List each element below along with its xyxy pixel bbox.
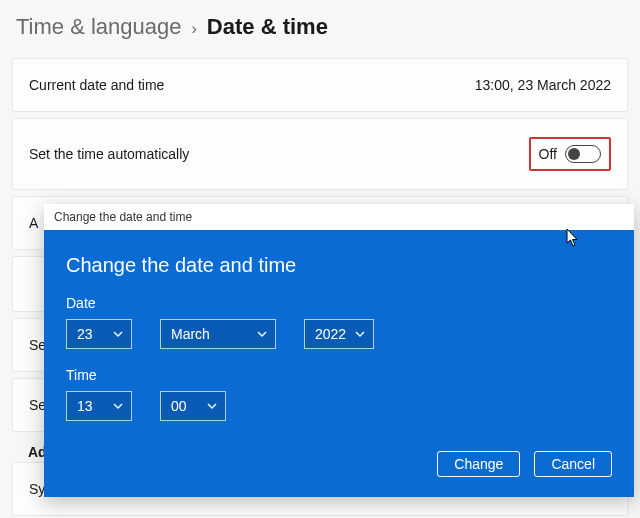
hour-select[interactable]: 13 xyxy=(66,391,132,421)
month-value: March xyxy=(171,326,210,342)
dialog-heading: Change the date and time xyxy=(66,254,612,277)
minute-value: 00 xyxy=(171,398,187,414)
month-select[interactable]: March xyxy=(160,319,276,349)
change-datetime-dialog: Change the date and time Change the date… xyxy=(44,204,634,497)
current-datetime-card: Current date and time 13:00, 23 March 20… xyxy=(12,58,628,112)
minute-select[interactable]: 00 xyxy=(160,391,226,421)
highlight-box: Off xyxy=(529,137,611,171)
cancel-button[interactable]: Cancel xyxy=(534,451,612,477)
year-value: 2022 xyxy=(315,326,346,342)
day-value: 23 xyxy=(77,326,93,342)
breadcrumb-parent[interactable]: Time & language xyxy=(16,14,182,40)
dialog-titlebar: Change the date and time xyxy=(44,204,634,230)
auto-time-state: Off xyxy=(539,146,557,162)
current-datetime-value: 13:00, 23 March 2022 xyxy=(475,77,611,93)
change-button[interactable]: Change xyxy=(437,451,520,477)
chevron-down-icon xyxy=(207,403,217,409)
chevron-down-icon xyxy=(113,403,123,409)
date-label: Date xyxy=(66,295,612,311)
breadcrumb: Time & language › Date & time xyxy=(0,0,640,58)
day-select[interactable]: 23 xyxy=(66,319,132,349)
chevron-down-icon xyxy=(113,331,123,337)
year-select[interactable]: 2022 xyxy=(304,319,374,349)
current-datetime-label: Current date and time xyxy=(29,77,164,93)
chevron-right-icon: › xyxy=(192,20,197,38)
chevron-down-icon xyxy=(355,331,365,337)
page-title: Date & time xyxy=(207,14,328,40)
auto-time-toggle[interactable] xyxy=(565,145,601,163)
auto-time-label: Set the time automatically xyxy=(29,146,189,162)
toggle-knob xyxy=(568,148,580,160)
time-label: Time xyxy=(66,367,612,383)
auto-time-card: Set the time automatically Off xyxy=(12,118,628,190)
chevron-down-icon xyxy=(257,331,267,337)
hour-value: 13 xyxy=(77,398,93,414)
